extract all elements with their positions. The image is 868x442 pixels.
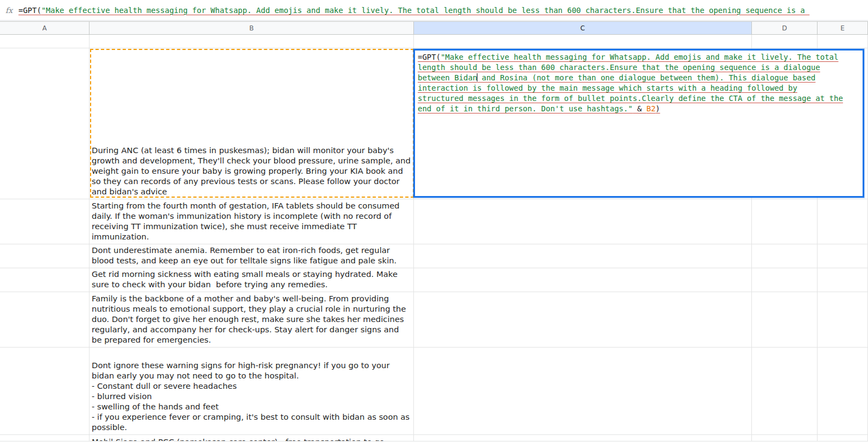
cell-E6[interactable] bbox=[818, 292, 868, 348]
cell-D5[interactable] bbox=[752, 268, 818, 292]
cell-B7[interactable]: Dont ignore these warning signs for high… bbox=[90, 348, 414, 435]
formula-segment-formula: =GPT( bbox=[418, 53, 441, 61]
formula-segment-string: between Bidan bbox=[418, 73, 477, 82]
formula-bar: fx =GPT("Make effective health messaging… bbox=[0, 0, 868, 21]
cell-B4[interactable]: Dont underestimate anemia. Remember to e… bbox=[90, 244, 414, 268]
column-header-c[interactable]: C bbox=[414, 22, 752, 35]
cell-A1[interactable] bbox=[0, 35, 90, 48]
column-header-b[interactable]: B bbox=[90, 22, 414, 35]
cell-C5[interactable] bbox=[414, 268, 752, 292]
cell-B2[interactable]: During ANC (at least 6 times in puskesma… bbox=[90, 48, 414, 199]
sheet-row-7: Dont ignore these warning signs for high… bbox=[0, 348, 868, 435]
editor-line: structured messages in the form of bulle… bbox=[418, 93, 860, 104]
cell-A6[interactable] bbox=[0, 292, 90, 348]
formula-segment-string: interaction is followed by the main mess… bbox=[418, 84, 797, 92]
cell-text-B3: Starting from the fourth month of gestat… bbox=[90, 199, 413, 244]
cell-E5[interactable] bbox=[818, 268, 868, 292]
cell-D6[interactable] bbox=[752, 292, 818, 348]
cell-text-B6: Family is the backbone of a mother and b… bbox=[90, 292, 413, 347]
cell-text-B4: Dont underestimate anemia. Remember to e… bbox=[90, 244, 413, 268]
cell-C7[interactable] bbox=[414, 348, 752, 435]
sheet-row-8: Mobil Siaga and PCC (pamekasan care cent… bbox=[0, 435, 868, 441]
sheet-row-3: Starting from the fourth month of gestat… bbox=[0, 199, 868, 244]
cell-text-B2: During ANC (at least 6 times in puskesma… bbox=[90, 143, 413, 199]
cell-D3[interactable] bbox=[752, 199, 818, 244]
formula-segment-string: structured messages in the form of bulle… bbox=[418, 94, 843, 103]
cell-C1[interactable] bbox=[414, 35, 752, 48]
cell-A7[interactable] bbox=[0, 348, 90, 435]
cell-E1[interactable] bbox=[818, 35, 868, 48]
formula-segment-formula: ) bbox=[655, 104, 660, 113]
cell-A5[interactable] bbox=[0, 268, 90, 292]
cell-A3[interactable] bbox=[0, 199, 90, 244]
cell-E8[interactable] bbox=[818, 435, 868, 441]
formula-input[interactable]: =GPT("Make effective health messaging fo… bbox=[18, 4, 868, 17]
formula-segment-string: and Rosina (not more than one dialogue b… bbox=[477, 73, 816, 82]
sheet-row-5: Get rid morning sickness with eating sma… bbox=[0, 268, 868, 292]
cell-B1[interactable] bbox=[90, 35, 414, 48]
cell-A8[interactable] bbox=[0, 435, 90, 441]
cell-text-B7: Dont ignore these warning signs for high… bbox=[90, 358, 413, 434]
formula-segment-formula: & bbox=[633, 104, 646, 113]
cell-E4[interactable] bbox=[818, 244, 868, 268]
column-header-d[interactable]: D bbox=[752, 22, 818, 35]
cell-C8[interactable] bbox=[414, 435, 752, 441]
sheet-row-6: Family is the backbone of a mother and b… bbox=[0, 292, 868, 348]
cell-B8[interactable]: Mobil Siaga and PCC (pamekasan care cent… bbox=[90, 435, 414, 441]
column-header-row: ABCDE bbox=[0, 21, 868, 35]
sheet-row-4: Dont underestimate anemia. Remember to e… bbox=[0, 244, 868, 268]
formula-segment-ref: B2 bbox=[646, 104, 655, 113]
formula-segment-string: end of it in third person. Don't use has… bbox=[418, 104, 633, 113]
editor-line: interaction is followed by the main mess… bbox=[418, 83, 860, 93]
editor-line: between Bidan and Rosina (not more than … bbox=[418, 73, 860, 83]
cell-editor[interactable]: =GPT("Make effective health messaging fo… bbox=[413, 49, 864, 198]
formula-segment-string: "Make effective health messaging for Wha… bbox=[41, 6, 809, 15]
cell-D7[interactable] bbox=[752, 348, 818, 435]
formula-segment-string: "Make effective health messaging for Wha… bbox=[441, 53, 838, 61]
cell-C6[interactable] bbox=[414, 292, 752, 348]
cell-text-B8: Mobil Siaga and PCC (pamekasan care cent… bbox=[90, 435, 413, 441]
cell-C4[interactable] bbox=[414, 244, 752, 268]
cell-text-B5: Get rid morning sickness with eating sma… bbox=[90, 268, 413, 292]
cell-C3[interactable] bbox=[414, 199, 752, 244]
sheet-row-1 bbox=[0, 35, 868, 48]
formula-segment-string: length should be less than 600 character… bbox=[418, 63, 820, 72]
cell-A2[interactable] bbox=[0, 48, 90, 199]
cell-B3[interactable]: Starting from the fourth month of gestat… bbox=[90, 199, 414, 244]
cell-A4[interactable] bbox=[0, 244, 90, 268]
editor-line: length should be less than 600 character… bbox=[418, 62, 860, 73]
formula-segment-formula: =GPT( bbox=[18, 6, 41, 15]
editor-line: end of it in third person. Don't use has… bbox=[418, 104, 860, 114]
column-header-a[interactable]: A bbox=[0, 22, 90, 35]
cell-E3[interactable] bbox=[818, 199, 868, 244]
cell-D8[interactable] bbox=[752, 435, 818, 441]
editor-line: =GPT("Make effective health messaging fo… bbox=[418, 52, 860, 62]
cell-D4[interactable] bbox=[752, 244, 818, 268]
cell-B6[interactable]: Family is the backbone of a mother and b… bbox=[90, 292, 414, 348]
column-header-e[interactable]: E bbox=[818, 22, 868, 35]
fx-icon: fx bbox=[5, 6, 18, 15]
cell-E7[interactable] bbox=[818, 348, 868, 435]
cell-D1[interactable] bbox=[752, 35, 818, 48]
cell-B5[interactable]: Get rid morning sickness with eating sma… bbox=[90, 268, 414, 292]
